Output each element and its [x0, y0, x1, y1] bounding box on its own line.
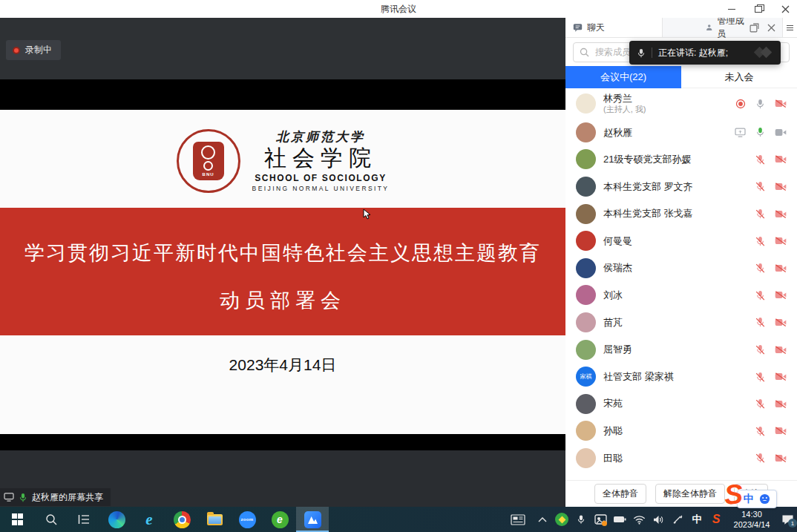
tray-expand-button[interactable]	[533, 507, 552, 532]
task-view-button[interactable]	[68, 507, 100, 532]
action-center-button[interactable]: 1	[778, 507, 797, 532]
participant-row[interactable]: 侯瑞杰	[565, 254, 797, 282]
taskbar: e zoom e	[0, 507, 797, 532]
ime-language-indicator[interactable]: 中	[744, 493, 754, 506]
participant-row[interactable]: 本科生党支部 张戈嘉	[565, 200, 797, 228]
share-icon[interactable]	[735, 128, 746, 137]
participant-row[interactable]: 孙聪	[565, 418, 797, 445]
mic-off-icon[interactable]	[755, 236, 765, 246]
taskbar-tencent-meeting-button[interactable]	[296, 507, 329, 532]
taskbar-clock[interactable]: 14:30 2023/4/14	[726, 509, 778, 531]
cam-on-icon[interactable]	[775, 128, 787, 137]
cam-off-icon[interactable]	[775, 453, 787, 463]
mic-off-icon[interactable]	[755, 208, 765, 219]
cam-off-icon[interactable]	[775, 99, 787, 108]
taskbar-edge-button[interactable]	[100, 507, 133, 532]
mute-all-button[interactable]: 全体静音	[594, 484, 646, 504]
taskbar-360-button[interactable]: e	[263, 507, 296, 532]
participant-status-icons	[755, 154, 787, 165]
mic-off-icon[interactable]	[755, 453, 765, 463]
cam-off-icon[interactable]	[775, 154, 787, 164]
participant-row[interactable]: 苗芃	[565, 309, 797, 336]
taskbar-chrome-button[interactable]	[165, 507, 198, 532]
cam-off-icon[interactable]	[775, 372, 787, 381]
mic-off-icon[interactable]	[755, 372, 765, 382]
mic-off-icon[interactable]	[755, 154, 765, 165]
presentation-slide: BNU 北京师范大学 社会学院 SCHOOL OF SOCIOLOGY BEIJ…	[0, 110, 565, 434]
mic-speaking-icon[interactable]	[755, 127, 765, 137]
stage-bottom-bar: 赵秋雁的屏幕共享	[0, 450, 565, 507]
taskbar-ie-button[interactable]: e	[133, 507, 165, 532]
cam-off-icon[interactable]	[775, 345, 787, 355]
mic-off-icon[interactable]	[755, 317, 765, 327]
ime-status-widget: S 中	[724, 482, 777, 508]
cam-off-icon[interactable]	[775, 236, 787, 246]
tray-battery-button[interactable]	[610, 507, 629, 532]
taskbar-explorer-button[interactable]	[198, 507, 231, 532]
cam-off-icon[interactable]	[775, 318, 787, 327]
participant-name: 21级专硕党支部孙媛	[603, 154, 691, 165]
ime-emoji-icon[interactable]	[759, 493, 770, 505]
unmute-all-button[interactable]: 解除全体静音	[655, 484, 725, 504]
avatar	[576, 122, 596, 142]
news-widget-button[interactable]	[503, 507, 533, 532]
participant-row[interactable]: 屈智勇	[565, 336, 797, 364]
pen-icon	[672, 514, 683, 525]
participant-row[interactable]: 宋苑	[565, 390, 797, 418]
screen-share-badge[interactable]: 赵秋雁的屏幕共享	[0, 488, 111, 506]
cam-off-icon[interactable]	[775, 399, 787, 409]
participant-row[interactable]: 家祺 社管支部 梁家祺	[565, 363, 797, 390]
start-button[interactable]	[0, 507, 35, 532]
tab-chat[interactable]: 聊天	[565, 18, 662, 37]
tab-in-meeting[interactable]: 会议中(22)	[565, 66, 681, 88]
mic-off-icon[interactable]	[755, 290, 765, 301]
cam-off-icon[interactable]	[775, 426, 787, 436]
participant-row[interactable]: 刘冰	[565, 282, 797, 309]
mic-on-icon[interactable]	[755, 99, 765, 109]
participant-name: 何曼曼	[603, 235, 632, 247]
popout-panel-icon[interactable]	[750, 23, 759, 33]
tab-not-joined[interactable]: 未入会	[681, 66, 797, 88]
participant-row[interactable]: 21级专硕党支部孙媛	[565, 146, 797, 174]
tab-manage-members[interactable]: 管理成员	[662, 18, 782, 37]
tray-mic-button[interactable]	[571, 507, 591, 532]
recording-badge[interactable]: 录制中	[6, 40, 61, 60]
cam-off-icon[interactable]	[775, 209, 787, 219]
taskbar-zoom-button[interactable]: zoom	[231, 507, 263, 532]
tray-language-button[interactable]: 中	[687, 507, 706, 532]
cam-off-icon[interactable]	[775, 263, 787, 273]
mic-off-icon[interactable]	[755, 263, 765, 273]
tray-antivirus-button[interactable]	[552, 507, 571, 532]
panel-tab-actions	[750, 23, 782, 33]
mic-off-icon[interactable]	[755, 344, 765, 355]
tray-volume-button[interactable]	[649, 507, 668, 532]
tray-sogou-button[interactable]: S	[706, 507, 726, 532]
sogou-logo-icon[interactable]: S	[724, 482, 744, 508]
cam-off-icon[interactable]	[775, 290, 787, 300]
panel-menu-button[interactable]	[782, 18, 797, 37]
restore-button[interactable]	[754, 4, 763, 13]
mic-off-icon[interactable]	[755, 426, 765, 436]
participant-row[interactable]: 田聪	[565, 444, 797, 472]
participant-status-icons	[755, 372, 787, 382]
participant-status-icons	[755, 344, 787, 355]
tray-screenshot-button[interactable]	[591, 507, 610, 532]
mic-off-icon[interactable]	[755, 181, 765, 191]
tray-pen-button[interactable]	[668, 507, 687, 532]
toast-mic-icon	[637, 48, 646, 58]
tab-chat-label: 聊天	[587, 22, 605, 34]
participant-row[interactable]: 何曼曼	[565, 227, 797, 254]
minimize-button[interactable]	[727, 4, 736, 13]
participant-row[interactable]: 赵秋雁	[565, 119, 797, 146]
close-panel-icon[interactable]	[767, 24, 775, 32]
close-button[interactable]	[781, 4, 790, 13]
taskbar-search-button[interactable]	[35, 507, 68, 532]
participant-row[interactable]: 本科生党支部 罗文齐	[565, 173, 797, 200]
record-icon[interactable]	[735, 99, 746, 109]
university-name-cn: 北京师范大学	[276, 130, 365, 145]
mic-off-icon[interactable]	[755, 398, 765, 409]
participant-row[interactable]: 林秀兰 (主持人, 我)	[565, 88, 797, 119]
cam-off-icon[interactable]	[775, 182, 787, 191]
tray-network-button[interactable]	[629, 507, 649, 532]
participant-name: 田聪	[603, 453, 623, 464]
